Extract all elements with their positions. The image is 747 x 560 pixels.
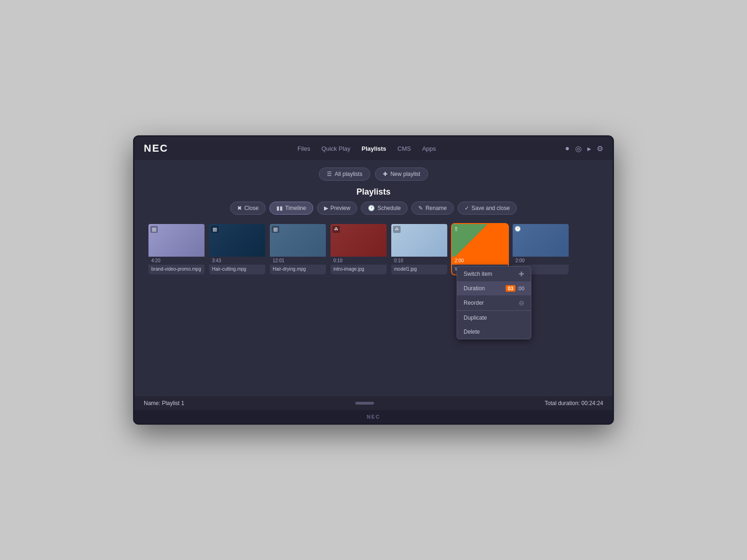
minus-circle-icon: ⊖: [519, 299, 524, 307]
media-card-4[interactable]: ☘ 0:10 model1.jpg: [391, 224, 447, 274]
gear-icon[interactable]: ⚙: [597, 144, 603, 153]
nav-quickplay[interactable]: Quick Play: [321, 145, 350, 152]
save-icon: ✓: [465, 205, 469, 211]
nec-logo: NEC: [144, 142, 168, 154]
duration-value: 03 :00: [506, 285, 524, 292]
main-content: ☰ All playlists ✚ New playlist Playlists…: [134, 160, 613, 396]
plus-circle-icon: ✚: [519, 270, 524, 278]
timeline-button[interactable]: ▮▮ Timeline: [269, 202, 313, 215]
bottom-handle: [355, 402, 374, 405]
duration-orange: 03: [506, 285, 515, 292]
close-icon: ✖: [237, 205, 242, 211]
rename-icon: ✎: [418, 205, 423, 211]
top-nav: NEC Files Quick Play Playlists CMS Apps …: [134, 137, 613, 160]
ctx-switch-item[interactable]: Switch item ✚: [457, 266, 531, 281]
media-card-3[interactable]: ☘ 0:10 intro-image.jpg: [331, 224, 387, 274]
playlist-name-label: Name: Playlist 1: [144, 400, 184, 406]
duration-6: 2:00: [513, 257, 569, 265]
name-2: Hair-drying.mpg: [270, 265, 326, 274]
duration-4: 0:10: [391, 257, 447, 265]
name-4: model1.jpg: [391, 265, 447, 274]
image-icon-4: ☘: [393, 226, 401, 233]
new-playlist-button[interactable]: ✚ New playlist: [375, 168, 428, 181]
thumb-2: ▩: [270, 224, 326, 257]
globe-icon[interactable]: ◎: [575, 144, 582, 153]
context-menu: Switch item ✚ Duration 03 :00 Reorder ⊖: [457, 266, 531, 339]
tv-bottom: NEC: [134, 410, 613, 423]
clock-icon: 🕐: [514, 226, 521, 232]
ctx-reorder[interactable]: Reorder ⊖: [457, 295, 531, 310]
thumb-4: ☘: [391, 224, 447, 257]
ctx-duration[interactable]: Duration 03 :00: [457, 281, 531, 295]
duration-5: 2:00: [452, 257, 508, 265]
nav-icons: ● ◎ ▸ ⚙: [565, 144, 603, 153]
close-button[interactable]: ✖ Close: [230, 202, 266, 215]
tv-monitor: NEC Files Quick Play Playlists CMS Apps …: [133, 135, 614, 425]
name-1: Hair-cutting.mpg: [209, 265, 265, 274]
thumb-6: 🕐: [513, 224, 569, 257]
schedule-button[interactable]: 🕑 Schedule: [361, 202, 408, 215]
list-icon: ☰: [327, 171, 332, 177]
nav-files[interactable]: Files: [297, 145, 310, 152]
user-icon[interactable]: ●: [565, 144, 570, 153]
duration-1: 3:43: [209, 257, 265, 265]
schedule-icon: 🕑: [368, 205, 375, 211]
tv-screen: NEC Files Quick Play Playlists CMS Apps …: [134, 137, 613, 410]
toolbar: ✖ Close ▮▮ Timeline ▶ Preview 🕑 Schedule…: [144, 202, 603, 215]
plus-icon: ✚: [383, 171, 388, 177]
weather-icon: ⇧: [454, 226, 458, 232]
duration-colon: :00: [517, 286, 524, 291]
media-card-2[interactable]: ▩ 12:01 Hair-drying.mpg: [270, 224, 326, 274]
wifi-icon[interactable]: ▸: [587, 144, 591, 153]
video-icon-0: ▩: [150, 226, 158, 233]
save-close-button[interactable]: ✓ Save and close: [458, 202, 517, 215]
tv-bottom-logo: NEC: [366, 414, 380, 420]
media-row: ▩ 4:20 brand-video-promo.mpg ▩ 3:43 Hair…: [144, 224, 603, 274]
timeline-icon: ▮▮: [276, 205, 283, 211]
media-card-0[interactable]: ▩ 4:20 brand-video-promo.mpg: [148, 224, 204, 274]
duration-2: 12:01: [270, 257, 326, 265]
name-3: intro-image.jpg: [331, 265, 387, 274]
page-title-row: Playlists: [144, 187, 603, 197]
ctx-delete[interactable]: Delete: [457, 325, 531, 339]
rename-button[interactable]: ✎ Rename: [411, 202, 453, 215]
nav-playlists[interactable]: Playlists: [362, 145, 387, 152]
page-title: Playlists: [356, 187, 390, 197]
all-playlists-button[interactable]: ☰ All playlists: [319, 168, 370, 181]
preview-button[interactable]: ▶ Preview: [317, 202, 358, 215]
thumb-3: ☘: [331, 224, 387, 257]
duration-0: 4:20: [148, 257, 204, 265]
total-duration-label: Total duration: 00:24:24: [545, 400, 603, 406]
video-icon-1: ▩: [211, 226, 218, 233]
playlist-header: ☰ All playlists ✚ New playlist: [144, 168, 603, 181]
image-icon-3: ☘: [332, 226, 340, 233]
thumb-0: ▩: [148, 224, 204, 257]
play-icon: ▶: [324, 205, 328, 211]
duration-3: 0:10: [331, 257, 387, 265]
thumb-1: ▩: [209, 224, 265, 257]
thumb-5: ⇧: [452, 224, 508, 257]
nav-cms[interactable]: CMS: [397, 145, 411, 152]
nav-apps[interactable]: Apps: [422, 145, 436, 152]
media-card-1[interactable]: ▩ 3:43 Hair-cutting.mpg: [209, 224, 265, 274]
ctx-duplicate[interactable]: Duplicate: [457, 311, 531, 325]
name-0: brand-video-promo.mpg: [148, 265, 204, 274]
nav-links: Files Quick Play Playlists CMS Apps: [297, 145, 436, 152]
bottom-bar: Name: Playlist 1 Total duration: 00:24:2…: [134, 396, 613, 410]
video-icon-2: ▩: [272, 226, 279, 233]
